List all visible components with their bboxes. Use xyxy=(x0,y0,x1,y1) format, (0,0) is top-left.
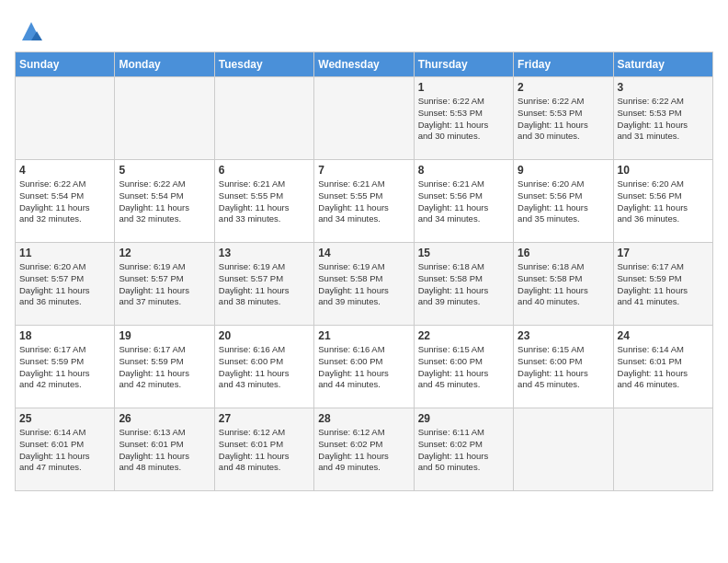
day-number: 1 xyxy=(418,81,509,94)
calendar-cell: 16Sunrise: 6:18 AM Sunset: 5:58 PM Dayli… xyxy=(514,243,613,326)
calendar-cell: 27Sunrise: 6:12 AM Sunset: 6:01 PM Dayli… xyxy=(214,408,313,491)
day-content: Sunrise: 6:22 AM Sunset: 5:54 PM Dayligh… xyxy=(119,178,210,225)
calendar-cell: 26Sunrise: 6:13 AM Sunset: 6:01 PM Dayli… xyxy=(115,408,214,491)
logo xyxy=(15,18,44,44)
calendar-cell xyxy=(314,77,414,160)
day-content: Sunrise: 6:22 AM Sunset: 5:53 PM Dayligh… xyxy=(618,96,709,143)
day-number: 8 xyxy=(418,164,509,177)
day-content: Sunrise: 6:19 AM Sunset: 5:57 PM Dayligh… xyxy=(119,261,210,308)
day-number: 12 xyxy=(119,247,210,259)
day-content: Sunrise: 6:18 AM Sunset: 5:58 PM Dayligh… xyxy=(418,261,509,308)
calendar-body: 1Sunrise: 6:22 AM Sunset: 5:53 PM Daylig… xyxy=(16,77,713,491)
calendar-cell: 5Sunrise: 6:22 AM Sunset: 5:54 PM Daylig… xyxy=(115,160,214,243)
day-content: Sunrise: 6:16 AM Sunset: 6:00 PM Dayligh… xyxy=(318,344,409,391)
header xyxy=(15,15,713,44)
day-number: 21 xyxy=(318,329,409,342)
day-number: 11 xyxy=(19,247,110,259)
day-number: 23 xyxy=(518,329,609,342)
day-content: Sunrise: 6:20 AM Sunset: 5:56 PM Dayligh… xyxy=(618,178,709,225)
day-content: Sunrise: 6:22 AM Sunset: 5:53 PM Dayligh… xyxy=(418,96,509,143)
calendar-cell: 4Sunrise: 6:22 AM Sunset: 5:54 PM Daylig… xyxy=(16,160,115,243)
day-content: Sunrise: 6:11 AM Sunset: 6:02 PM Dayligh… xyxy=(418,427,509,474)
calendar-cell: 19Sunrise: 6:17 AM Sunset: 5:59 PM Dayli… xyxy=(115,326,214,408)
calendar-cell: 21Sunrise: 6:16 AM Sunset: 6:00 PM Dayli… xyxy=(314,326,414,408)
calendar-cell: 1Sunrise: 6:22 AM Sunset: 5:53 PM Daylig… xyxy=(414,77,513,160)
day-content: Sunrise: 6:22 AM Sunset: 5:54 PM Dayligh… xyxy=(19,178,110,225)
header-day-thursday: Thursday xyxy=(414,52,513,77)
day-number: 18 xyxy=(19,329,110,342)
day-number: 15 xyxy=(418,247,509,259)
calendar-cell: 29Sunrise: 6:11 AM Sunset: 6:02 PM Dayli… xyxy=(414,408,513,491)
day-content: Sunrise: 6:19 AM Sunset: 5:58 PM Dayligh… xyxy=(318,261,409,308)
calendar-cell xyxy=(514,408,613,491)
day-content: Sunrise: 6:20 AM Sunset: 5:57 PM Dayligh… xyxy=(19,261,110,308)
day-content: Sunrise: 6:15 AM Sunset: 6:00 PM Dayligh… xyxy=(518,344,609,391)
day-content: Sunrise: 6:13 AM Sunset: 6:01 PM Dayligh… xyxy=(119,427,210,474)
calendar-cell: 15Sunrise: 6:18 AM Sunset: 5:58 PM Dayli… xyxy=(414,243,513,326)
calendar-cell: 13Sunrise: 6:19 AM Sunset: 5:57 PM Dayli… xyxy=(214,243,313,326)
day-number: 20 xyxy=(219,329,310,342)
header-day-saturday: Saturday xyxy=(613,52,712,77)
day-content: Sunrise: 6:19 AM Sunset: 5:57 PM Dayligh… xyxy=(219,261,310,308)
calendar-cell: 25Sunrise: 6:14 AM Sunset: 6:01 PM Dayli… xyxy=(16,408,115,491)
day-content: Sunrise: 6:21 AM Sunset: 5:55 PM Dayligh… xyxy=(318,178,409,225)
header-day-monday: Monday xyxy=(115,52,214,77)
day-number: 28 xyxy=(318,412,409,425)
day-number: 3 xyxy=(618,81,709,94)
day-content: Sunrise: 6:15 AM Sunset: 6:00 PM Dayligh… xyxy=(418,344,509,391)
header-day-tuesday: Tuesday xyxy=(214,52,313,77)
day-content: Sunrise: 6:12 AM Sunset: 6:01 PM Dayligh… xyxy=(219,427,310,474)
day-number: 26 xyxy=(119,412,210,425)
calendar-cell: 3Sunrise: 6:22 AM Sunset: 5:53 PM Daylig… xyxy=(613,77,712,160)
calendar-cell: 11Sunrise: 6:20 AM Sunset: 5:57 PM Dayli… xyxy=(16,243,115,326)
calendar-cell: 14Sunrise: 6:19 AM Sunset: 5:58 PM Dayli… xyxy=(314,243,414,326)
calendar-week-3: 18Sunrise: 6:17 AM Sunset: 5:59 PM Dayli… xyxy=(16,326,713,408)
day-content: Sunrise: 6:17 AM Sunset: 5:59 PM Dayligh… xyxy=(618,261,709,308)
day-number: 17 xyxy=(618,247,709,259)
header-day-sunday: Sunday xyxy=(16,52,115,77)
calendar-cell: 22Sunrise: 6:15 AM Sunset: 6:00 PM Dayli… xyxy=(414,326,513,408)
day-content: Sunrise: 6:20 AM Sunset: 5:56 PM Dayligh… xyxy=(518,178,609,225)
day-content: Sunrise: 6:16 AM Sunset: 6:00 PM Dayligh… xyxy=(219,344,310,391)
calendar-table: SundayMondayTuesdayWednesdayThursdayFrid… xyxy=(15,52,713,491)
day-number: 13 xyxy=(219,247,310,259)
calendar-cell: 18Sunrise: 6:17 AM Sunset: 5:59 PM Dayli… xyxy=(16,326,115,408)
calendar-cell: 7Sunrise: 6:21 AM Sunset: 5:55 PM Daylig… xyxy=(314,160,414,243)
calendar-week-2: 11Sunrise: 6:20 AM Sunset: 5:57 PM Dayli… xyxy=(16,243,713,326)
calendar-cell: 12Sunrise: 6:19 AM Sunset: 5:57 PM Dayli… xyxy=(115,243,214,326)
day-number: 24 xyxy=(618,329,709,342)
day-number: 25 xyxy=(19,412,110,425)
day-content: Sunrise: 6:14 AM Sunset: 6:01 PM Dayligh… xyxy=(618,344,709,391)
calendar-cell xyxy=(613,408,712,491)
header-day-friday: Friday xyxy=(514,52,613,77)
day-content: Sunrise: 6:17 AM Sunset: 5:59 PM Dayligh… xyxy=(119,344,210,391)
day-content: Sunrise: 6:14 AM Sunset: 6:01 PM Dayligh… xyxy=(19,427,110,474)
calendar-week-1: 4Sunrise: 6:22 AM Sunset: 5:54 PM Daylig… xyxy=(16,160,713,243)
day-number: 2 xyxy=(518,81,609,94)
calendar-cell xyxy=(214,77,313,160)
day-content: Sunrise: 6:12 AM Sunset: 6:02 PM Dayligh… xyxy=(318,427,409,474)
day-content: Sunrise: 6:21 AM Sunset: 5:56 PM Dayligh… xyxy=(418,178,509,225)
day-number: 16 xyxy=(518,247,609,259)
calendar-cell: 24Sunrise: 6:14 AM Sunset: 6:01 PM Dayli… xyxy=(613,326,712,408)
day-number: 29 xyxy=(418,412,509,425)
calendar-cell: 17Sunrise: 6:17 AM Sunset: 5:59 PM Dayli… xyxy=(613,243,712,326)
header-day-wednesday: Wednesday xyxy=(314,52,414,77)
day-content: Sunrise: 6:18 AM Sunset: 5:58 PM Dayligh… xyxy=(518,261,609,308)
calendar-cell: 23Sunrise: 6:15 AM Sunset: 6:00 PM Dayli… xyxy=(514,326,613,408)
day-content: Sunrise: 6:22 AM Sunset: 5:53 PM Dayligh… xyxy=(518,96,609,143)
day-number: 27 xyxy=(219,412,310,425)
calendar-cell: 28Sunrise: 6:12 AM Sunset: 6:02 PM Dayli… xyxy=(314,408,414,491)
day-number: 19 xyxy=(119,329,210,342)
calendar-cell: 2Sunrise: 6:22 AM Sunset: 5:53 PM Daylig… xyxy=(514,77,613,160)
day-number: 4 xyxy=(19,164,110,177)
calendar-cell: 9Sunrise: 6:20 AM Sunset: 5:56 PM Daylig… xyxy=(514,160,613,243)
calendar-week-0: 1Sunrise: 6:22 AM Sunset: 5:53 PM Daylig… xyxy=(16,77,713,160)
calendar-cell: 6Sunrise: 6:21 AM Sunset: 5:55 PM Daylig… xyxy=(214,160,313,243)
calendar-cell: 20Sunrise: 6:16 AM Sunset: 6:00 PM Dayli… xyxy=(214,326,313,408)
day-number: 22 xyxy=(418,329,509,342)
day-number: 14 xyxy=(318,247,409,259)
calendar-cell xyxy=(115,77,214,160)
calendar-cell: 10Sunrise: 6:20 AM Sunset: 5:56 PM Dayli… xyxy=(613,160,712,243)
day-number: 9 xyxy=(518,164,609,177)
